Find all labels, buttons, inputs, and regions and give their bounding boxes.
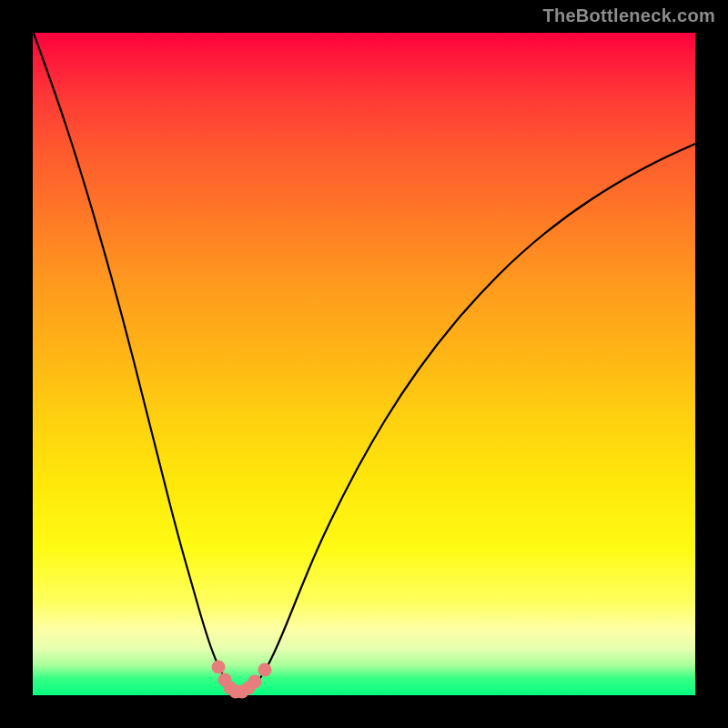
watermark-text: TheBottleneck.com [542, 5, 715, 26]
chart-frame: TheBottleneck.com [0, 0, 728, 728]
curve-marker [258, 663, 272, 677]
curve-marker [212, 661, 226, 674]
curve-marker [248, 675, 262, 689]
bottleneck-curve [33, 31, 695, 692]
minimum-markers [212, 661, 272, 699]
curve-layer [0, 0, 728, 728]
